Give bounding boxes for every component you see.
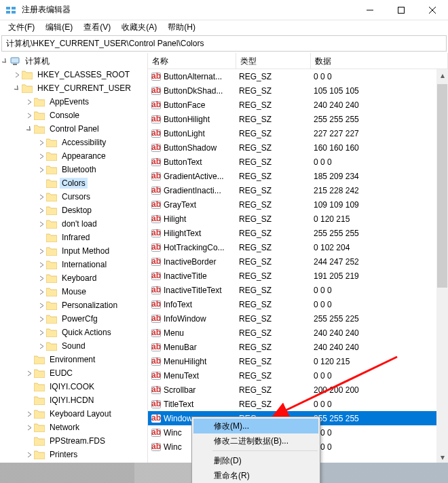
chevron-right-icon[interactable]: [24, 423, 34, 432]
context-menu-item[interactable]: 修改(M)...: [193, 419, 318, 433]
list-row[interactable]: abInfoWindowREG_SZ255 255 225: [148, 311, 448, 326]
tree-item[interactable]: IQIYI.COOK: [0, 380, 147, 393]
chevron-right-icon[interactable]: [37, 138, 46, 147]
chevron-down-icon[interactable]: [0, 56, 10, 66]
tree-item[interactable]: 计算机: [0, 54, 147, 68]
list-row[interactable]: abGradientActive...REG_SZ185 209 234: [148, 169, 448, 183]
tree-item[interactable]: Personalization: [0, 298, 147, 312]
list-row[interactable]: abButtonAlternat...REG_SZ0 0 0: [148, 69, 448, 83]
tree-item[interactable]: Keyboard: [0, 271, 147, 285]
tree-item[interactable]: Sound: [0, 339, 147, 353]
menu-item[interactable]: 查看(V): [78, 20, 116, 35]
list-row[interactable]: abScrollbarREG_SZ200 200 200: [148, 383, 448, 397]
minimize-button[interactable]: [354, 0, 386, 20]
chevron-right-icon[interactable]: [24, 450, 34, 459]
list-row[interactable]: abInfoTextREG_SZ0 0 0: [148, 297, 448, 311]
list-row[interactable]: abButtonShadowREG_SZ160 160 160: [148, 140, 448, 155]
menu-item[interactable]: 帮助(H): [162, 20, 201, 35]
tree-item[interactable]: don't load: [0, 217, 147, 231]
list-row[interactable]: abInactiveTitleREG_SZ191 205 219: [148, 269, 448, 283]
col-header-data[interactable]: 数据: [311, 53, 448, 69]
list-row[interactable]: abButtonLightREG_SZ227 227 227: [148, 126, 448, 140]
tree-pane[interactable]: 计算机HKEY_CLASSES_ROOTHKEY_CURRENT_USERApp…: [0, 53, 148, 463]
col-header-type[interactable]: 类型: [236, 53, 311, 69]
tree-item[interactable]: Console: [0, 109, 147, 122]
list-row[interactable]: abMenuREG_SZ240 240 240: [148, 326, 448, 340]
list-row[interactable]: abMenuHilightREG_SZ0 120 215: [148, 354, 448, 368]
chevron-right-icon[interactable]: [24, 409, 34, 419]
chevron-right-icon[interactable]: [37, 287, 46, 296]
list-row[interactable]: abInactiveTitleTextREG_SZ0 0 0: [148, 283, 448, 297]
tree-item[interactable]: HKEY_CLASSES_ROOT: [0, 68, 147, 81]
tree-item[interactable]: Bluetooth: [0, 163, 147, 176]
chevron-right-icon[interactable]: [24, 97, 34, 107]
chevron-right-icon[interactable]: [37, 246, 46, 256]
list-row[interactable]: abGrayTextREG_SZ109 109 109: [148, 197, 448, 212]
context-menu-item[interactable]: 删除(D): [193, 453, 318, 468]
list-body[interactable]: abButtonAlternat...REG_SZ0 0 0abButtonDk…: [148, 69, 448, 463]
chevron-right-icon[interactable]: [37, 151, 46, 161]
tree-item[interactable]: Keyboard Layout: [0, 407, 147, 421]
scroll-up-icon[interactable]: ▴: [436, 69, 448, 81]
tree-item[interactable]: IQIYI.HCDN: [0, 393, 147, 407]
tree-item[interactable]: Accessibility: [0, 136, 147, 149]
menu-item[interactable]: 收藏夹(A): [116, 20, 162, 35]
tree-item[interactable]: Control Panel: [0, 122, 147, 136]
list-row[interactable]: abButtonFaceREG_SZ240 240 240: [148, 98, 448, 112]
chevron-down-icon[interactable]: [12, 83, 22, 93]
tree-item[interactable]: Input Method: [0, 244, 147, 258]
chevron-right-icon[interactable]: [37, 165, 46, 174]
chevron-right-icon[interactable]: [24, 111, 34, 120]
col-header-name[interactable]: 名称: [148, 53, 236, 69]
chevron-right-icon[interactable]: [37, 273, 46, 283]
list-row[interactable]: abButtonHilightREG_SZ255 255 255: [148, 112, 448, 126]
menu-item[interactable]: 编辑(E): [40, 20, 78, 35]
tree-item[interactable]: Environment: [0, 353, 147, 366]
chevron-right-icon[interactable]: [37, 328, 46, 337]
list-scrollbar[interactable]: ▴ ▾: [436, 69, 448, 463]
chevron-right-icon[interactable]: [12, 70, 22, 79]
list-row[interactable]: abHilightTextREG_SZ255 255 255: [148, 226, 448, 240]
maximize-button[interactable]: [386, 0, 417, 20]
chevron-right-icon[interactable]: [37, 192, 46, 201]
list-row[interactable]: abTitleTextREG_SZ0 0 0: [148, 397, 448, 411]
tree-item[interactable]: PPStream.FDS: [0, 434, 147, 448]
list-row[interactable]: abGradientInacti...REG_SZ215 228 242: [148, 183, 448, 197]
tree-item[interactable]: Printers: [0, 448, 147, 461]
addressbar[interactable]: 计算机\HKEY_CURRENT_USER\Control Panel\Colo…: [1, 35, 447, 52]
list-row[interactable]: abMenuTextREG_SZ0 0 0: [148, 368, 448, 383]
menu-item[interactable]: 文件(F): [3, 20, 40, 35]
context-menu-item[interactable]: 修改二进制数据(B)...: [193, 433, 318, 448]
tree-item[interactable]: EUDC: [0, 366, 147, 380]
chevron-right-icon[interactable]: [37, 219, 46, 229]
close-button[interactable]: [417, 0, 448, 20]
tree-item[interactable]: Appearance: [0, 149, 147, 163]
list-row[interactable]: abHilightREG_SZ0 120 215: [148, 212, 448, 226]
list-row[interactable]: abInactiveBorderREG_SZ244 247 252: [148, 254, 448, 269]
tree-item[interactable]: Desktop: [0, 204, 147, 217]
list-row[interactable]: abHotTrackingCo...REG_SZ0 102 204: [148, 240, 448, 254]
scrollbar-thumb[interactable]: [437, 84, 447, 288]
tree-item[interactable]: Cursors: [0, 190, 147, 204]
list-row[interactable]: abMenuBarREG_SZ240 240 240: [148, 340, 448, 354]
list-row[interactable]: abButtonDkShad...REG_SZ105 105 105: [148, 83, 448, 98]
tree-item[interactable]: Network: [0, 421, 147, 434]
tree-item[interactable]: Quick Actions: [0, 326, 147, 339]
chevron-down-icon[interactable]: [24, 124, 34, 134]
tree-item[interactable]: HKEY_CURRENT_USER: [0, 81, 147, 95]
tree-item[interactable]: AppEvents: [0, 95, 147, 109]
context-menu-item[interactable]: 重命名(R): [193, 468, 318, 483]
chevron-right-icon[interactable]: [24, 368, 34, 378]
chevron-right-icon[interactable]: [37, 301, 46, 310]
chevron-right-icon[interactable]: [37, 341, 46, 351]
tree-item[interactable]: Mouse: [0, 285, 147, 298]
chevron-right-icon[interactable]: [37, 314, 46, 324]
tree-item[interactable]: PowerCfg: [0, 312, 147, 326]
tree-item[interactable]: Colors: [0, 176, 147, 190]
chevron-right-icon[interactable]: [37, 206, 46, 215]
tree-item[interactable]: International: [0, 258, 147, 271]
tree-item[interactable]: Infrared: [0, 231, 147, 244]
chevron-right-icon[interactable]: [37, 260, 46, 269]
scroll-down-icon[interactable]: ▾: [436, 451, 448, 463]
list-row[interactable]: abButtonTextREG_SZ0 0 0: [148, 155, 448, 169]
